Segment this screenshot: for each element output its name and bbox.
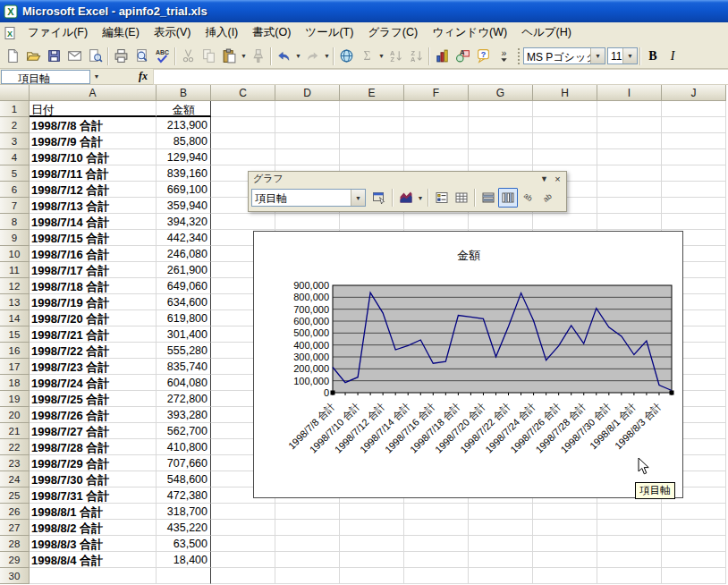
column-header-J[interactable]: J — [662, 85, 726, 101]
cell-J2[interactable] — [662, 117, 726, 133]
menu-window[interactable]: ウィンドウ(W) — [425, 22, 514, 44]
undo-icon[interactable] — [274, 47, 294, 66]
cell-F1[interactable] — [404, 101, 469, 117]
row-header-3[interactable]: 3 — [0, 133, 30, 149]
cell-B2[interactable]: 213,900 — [157, 117, 211, 133]
data-table-button[interactable] — [452, 188, 471, 208]
row-header-5[interactable]: 5 — [0, 165, 30, 182]
cell-A22[interactable]: 1998/7/28 合計 — [30, 439, 157, 455]
row-header-11[interactable]: 11 — [0, 262, 30, 278]
open-icon[interactable] — [23, 47, 44, 66]
cell-B27[interactable]: 435,220 — [157, 520, 211, 536]
cell-A7[interactable]: 1998/7/13 合計 — [30, 198, 157, 214]
font-size-combo-dropdown[interactable]: ▼ — [622, 48, 637, 64]
cell-H8[interactable] — [533, 214, 597, 230]
cell-B22[interactable]: 410,800 — [157, 439, 211, 455]
row-header-30[interactable]: 30 — [0, 568, 30, 584]
cell-I5[interactable] — [597, 165, 662, 182]
cell-D29[interactable] — [275, 552, 340, 568]
cell-B6[interactable]: 669,100 — [157, 182, 211, 198]
cell-A21[interactable]: 1998/7/27 合計 — [30, 423, 157, 439]
row-header-29[interactable]: 29 — [0, 552, 30, 568]
cell-I1[interactable] — [597, 101, 662, 117]
cell-A9[interactable]: 1998/7/15 合計 — [30, 230, 157, 246]
cell-B17[interactable]: 835,740 — [157, 359, 211, 375]
chart-wizard-icon[interactable] — [432, 47, 453, 66]
cell-D8[interactable] — [275, 214, 340, 230]
column-header-C[interactable]: C — [211, 85, 275, 101]
cell-C28[interactable] — [211, 536, 275, 552]
cell-B12[interactable]: 649,060 — [157, 278, 211, 294]
cell-C30[interactable] — [211, 568, 275, 584]
cell-C8[interactable] — [211, 214, 275, 230]
cell-H3[interactable] — [533, 133, 597, 149]
chart-type-dropdown[interactable]: ▼ — [416, 188, 425, 208]
cell-J30[interactable] — [662, 568, 726, 584]
column-header-I[interactable]: I — [597, 85, 662, 101]
cell-B30[interactable] — [157, 568, 211, 584]
cell-B3[interactable]: 85,800 — [157, 133, 211, 149]
cell-B10[interactable]: 246,080 — [157, 246, 211, 262]
cell-E1[interactable] — [340, 101, 404, 117]
row-header-18[interactable]: 18 — [0, 375, 30, 391]
cell-B5[interactable]: 839,160 — [157, 165, 211, 182]
row-header-1[interactable]: 1 — [0, 101, 30, 117]
cell-B26[interactable]: 318,700 — [157, 504, 211, 520]
cell-A20[interactable]: 1998/7/26 合計 — [30, 407, 157, 423]
cell-F26[interactable] — [404, 504, 469, 520]
cell-F30[interactable] — [404, 568, 469, 584]
undo-dropdown[interactable]: ▼ — [294, 47, 302, 66]
redo-dropdown[interactable]: ▼ — [323, 47, 331, 66]
cell-B1[interactable]: 金額 — [157, 101, 211, 117]
toolbar-grip[interactable] — [517, 47, 521, 65]
cell-I8[interactable] — [597, 214, 662, 230]
cell-J27[interactable] — [662, 520, 726, 536]
column-header-B[interactable]: B — [157, 85, 211, 101]
cell-E26[interactable] — [340, 504, 404, 520]
row-header-22[interactable]: 22 — [0, 439, 30, 455]
cell-B21[interactable]: 562,700 — [157, 423, 211, 439]
cell-I30[interactable] — [597, 568, 662, 584]
row-header-20[interactable]: 20 — [0, 407, 30, 423]
cell-I4[interactable] — [597, 149, 662, 165]
cell-F3[interactable] — [404, 133, 469, 149]
row-header-6[interactable]: 6 — [0, 182, 30, 198]
cell-F8[interactable] — [404, 214, 469, 230]
cell-C4[interactable] — [211, 149, 275, 165]
formula-input[interactable] — [153, 69, 728, 85]
cell-A25[interactable]: 1998/7/31 合計 — [30, 488, 157, 504]
cell-F28[interactable] — [404, 536, 469, 552]
row-header-14[interactable]: 14 — [0, 310, 30, 326]
workbook-icon[interactable]: X — [3, 26, 17, 40]
cell-G3[interactable] — [469, 133, 533, 149]
menu-chart[interactable]: グラフ(C) — [360, 22, 425, 44]
chart-type-button[interactable] — [396, 188, 416, 208]
cell-A14[interactable]: 1998/7/20 合計 — [30, 310, 157, 326]
cell-D30[interactable] — [275, 568, 340, 584]
font-name-combo[interactable]: MS Pゴシック▼ — [523, 47, 605, 64]
cell-H26[interactable] — [533, 504, 597, 520]
cell-G28[interactable] — [469, 536, 533, 552]
cell-D28[interactable] — [275, 536, 340, 552]
mail-icon[interactable] — [64, 47, 85, 66]
cell-B24[interactable]: 548,600 — [157, 471, 211, 488]
cell-E28[interactable] — [340, 536, 404, 552]
font-size-combo[interactable]: 11▼ — [607, 47, 638, 64]
embedded-chart[interactable]: 金額900,000800,000700,000600,000500,000400… — [253, 231, 683, 498]
column-header-A[interactable]: A — [30, 85, 157, 101]
cell-J4[interactable] — [662, 149, 726, 165]
cell-H28[interactable] — [533, 536, 597, 552]
row-header-26[interactable]: 26 — [0, 504, 30, 520]
chart-objects-combo[interactable]: 項目軸▼ — [251, 189, 366, 207]
row-header-17[interactable]: 17 — [0, 359, 30, 375]
paste-dropdown[interactable]: ▼ — [240, 47, 248, 66]
chart-toolbar-titlebar[interactable]: グラフ ▼ × — [249, 172, 566, 185]
cell-B15[interactable]: 301,400 — [157, 326, 211, 343]
cell-E8[interactable] — [340, 214, 404, 230]
cell-A23[interactable]: 1998/7/29 合計 — [30, 455, 157, 471]
toolbar-options-dropdown[interactable]: ▼ — [538, 173, 551, 184]
menu-format[interactable]: 書式(O) — [245, 22, 298, 44]
legend-button[interactable] — [432, 188, 452, 208]
cell-B9[interactable]: 442,340 — [157, 230, 211, 246]
cell-J5[interactable] — [662, 165, 726, 182]
